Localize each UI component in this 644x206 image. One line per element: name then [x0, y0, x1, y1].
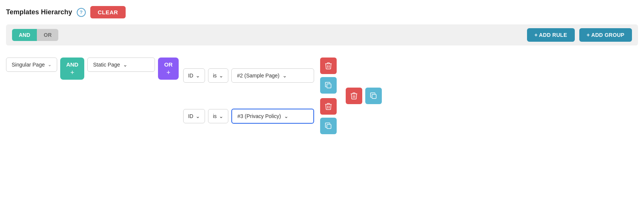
rule2-operator-select[interactable]: is ⌄ [208, 109, 228, 123]
static-page-select[interactable]: Static Page ⌄ [87, 58, 155, 72]
rule1-field-chevron-icon: ⌄ [196, 73, 200, 79]
and-or-toggle: AND OR [12, 29, 58, 41]
rule2-value-select[interactable]: #3 (Privacy Policy) ⌄ [231, 109, 314, 124]
outer-actions [346, 88, 382, 104]
rule1-operator-chevron-icon: ⌄ [219, 73, 223, 79]
page-title: Templates Hierarchy [6, 8, 72, 16]
singular-page-select[interactable]: Singular Page ⌄ [6, 58, 57, 72]
add-rule-button[interactable]: + ADD RULE [527, 28, 575, 42]
rule2-delete-button[interactable] [320, 98, 337, 115]
trash-icon [325, 62, 332, 70]
rule-bar: AND OR + ADD RULE + ADD GROUP [6, 24, 638, 45]
rule1-operator-select[interactable]: is ⌄ [208, 68, 228, 83]
rule1-value-chevron-icon: ⌄ [283, 73, 287, 79]
add-buttons-group: + ADD RULE + ADD GROUP [527, 28, 632, 42]
and-badge[interactable]: AND + [60, 58, 85, 80]
rule1-actions [320, 58, 337, 94]
rule-row-1: ID ⌄ is ⌄ #2 (Sample Page) ⌄ [183, 58, 337, 94]
or-badge[interactable]: OR + [158, 58, 179, 80]
rule1-value-select[interactable]: #2 (Sample Page) ⌄ [231, 68, 314, 83]
trash-icon [325, 103, 332, 110]
rule2-field-chevron-icon: ⌄ [196, 113, 200, 119]
outer-trash-icon [351, 92, 357, 100]
outer-copy-button[interactable] [365, 88, 382, 104]
rule2-field-select[interactable]: ID ⌄ [183, 109, 205, 123]
svg-rect-1 [327, 124, 331, 129]
svg-rect-2 [372, 94, 376, 98]
rule2-operator-chevron-icon: ⌄ [219, 113, 223, 119]
rule2-actions [320, 98, 337, 134]
rule-row-2: ID ⌄ is ⌄ #3 (Privacy Policy) ⌄ [183, 98, 337, 134]
rule2-value-chevron-icon: ⌄ [284, 113, 289, 119]
rule-builder: Singular Page ⌄ AND + Static Page ⌄ OR +… [6, 55, 638, 137]
add-group-button[interactable]: + ADD GROUP [579, 28, 632, 42]
outer-copy-icon [370, 92, 377, 99]
singular-page-chevron-icon: ⌄ [48, 62, 52, 67]
rules-column: ID ⌄ is ⌄ #2 (Sample Page) ⌄ [183, 58, 337, 134]
help-icon[interactable]: ? [77, 8, 86, 17]
clear-button[interactable]: CLEAR [90, 6, 126, 18]
static-page-chevron-icon: ⌄ [123, 62, 128, 68]
copy-icon [325, 82, 332, 89]
svg-rect-0 [327, 84, 331, 88]
outer-delete-button[interactable] [346, 88, 362, 104]
page-header: Templates Hierarchy ? CLEAR [6, 6, 638, 18]
or-toggle[interactable]: OR [37, 29, 58, 41]
rule1-field-select[interactable]: ID ⌄ [183, 68, 205, 83]
copy-icon [325, 123, 332, 129]
and-toggle[interactable]: AND [12, 29, 37, 41]
rule1-delete-button[interactable] [320, 58, 337, 74]
rule1-copy-button[interactable] [320, 77, 337, 94]
rule2-copy-button[interactable] [320, 118, 337, 134]
